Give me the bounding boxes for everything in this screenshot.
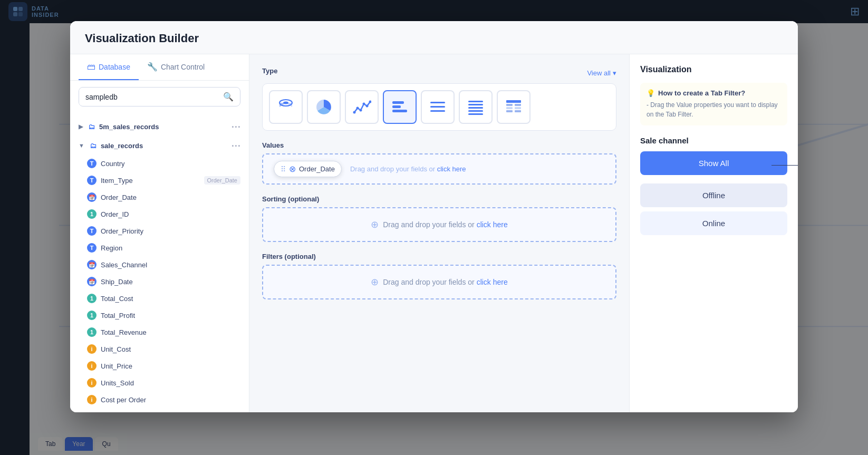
visualization-builder-modal: Visualization Builder 🗃 Database 🔧 Chart…: [70, 21, 798, 412]
drop-hint-values: Drag and drop your fields or click here: [350, 165, 466, 173]
field-total-cost[interactable]: 1 Total_Cost: [70, 290, 249, 307]
db-tree: ▶ 🗂 5m_sales_records ⋯ ▼ 🗂 sale_records …: [70, 113, 249, 412]
filters-drop-zone[interactable]: ⊕ Drag and drop your fields or click her…: [262, 265, 616, 299]
drag-handle-icon: ⠿: [281, 165, 286, 173]
center-panel: Type View all ▾: [249, 54, 629, 412]
hint-text: - Drag the Value properties you want to …: [647, 100, 781, 119]
field-total-revenue[interactable]: 1 Total_Revenue: [70, 324, 249, 341]
date-type-icon: 📅: [87, 192, 97, 202]
type-label: Type: [262, 67, 277, 75]
db1-item[interactable]: ▶ 🗂 5m_sales_records ⋯: [70, 117, 249, 136]
svg-point-12: [360, 109, 362, 112]
filters-section: Filters (optional) ⊕ Drag and drop your …: [262, 253, 616, 299]
right-panel: Visualization 💡 How to create a Tab Filt…: [629, 54, 798, 412]
text-type-icon3: T: [87, 243, 97, 253]
field-unit-cost[interactable]: i Unit_Cost: [70, 341, 249, 357]
filters-drop-text: Drag and drop your fields or click here: [383, 278, 508, 286]
click-here-sorting[interactable]: click here: [477, 220, 508, 229]
search-button[interactable]: 🔍: [217, 88, 240, 106]
sorting-label: Sorting (optional): [262, 195, 616, 203]
svg-rect-28: [506, 104, 513, 106]
chart-control-icon: 🔧: [147, 62, 158, 72]
chart-type-bar-horizontal[interactable]: [383, 90, 417, 124]
text-type-icon: T: [87, 159, 97, 168]
chevron-down-icon: ▾: [613, 69, 616, 77]
chart-type-table[interactable]: [497, 90, 531, 124]
field-units-sold[interactable]: i Units_Sold: [70, 374, 249, 391]
panel-tabs: 🗃 Database 🔧 Chart Control: [70, 54, 249, 81]
tab-database[interactable]: 🗃 Database: [79, 54, 139, 80]
chip-label: Order_Date: [299, 165, 335, 173]
info-type-icon4: i: [87, 395, 97, 404]
num-type-icon: 1: [87, 209, 97, 219]
type-section: Type View all ▾: [262, 67, 616, 131]
svg-point-14: [366, 105, 369, 108]
tab-chart-control[interactable]: 🔧 Chart Control: [139, 54, 213, 80]
arrow-container: →: [771, 161, 798, 170]
svg-rect-32: [506, 110, 513, 112]
search-input[interactable]: [79, 89, 217, 105]
field-order-date[interactable]: 📅 Order_Date: [70, 189, 249, 206]
info-type-icon3: i: [87, 378, 97, 388]
click-here-values[interactable]: click here: [437, 165, 466, 173]
show-all-button[interactable]: Show All: [640, 151, 787, 175]
field-order-id[interactable]: 1 Order_ID: [70, 206, 249, 222]
item-type-badge: Order_Date: [204, 176, 240, 185]
db2-more-icon[interactable]: ⋯: [231, 140, 240, 151]
chart-type-list2[interactable]: [459, 90, 493, 124]
field-item-type[interactable]: T Item_Type Order_Date: [70, 172, 249, 189]
num-type-icon4: 1: [87, 327, 97, 337]
sale-channel-section: Sale channel Show All → Valu Gr: [640, 136, 787, 239]
hint-icon: 💡: [647, 89, 655, 97]
svg-rect-31: [515, 107, 521, 109]
db2-item[interactable]: ▼ 🗂 sale_records ⋯: [70, 136, 249, 155]
svg-point-11: [356, 107, 359, 110]
chart-type-grid: [262, 83, 616, 131]
sorting-section: Sorting (optional) ⊕ Drag and drop your …: [262, 195, 616, 242]
field-sales-channel[interactable]: 📅 Sales_Channel: [70, 256, 249, 273]
expand-icon-db1: ▶: [79, 123, 83, 130]
svg-rect-27: [506, 100, 521, 103]
info-type-icon2: i: [87, 361, 97, 371]
right-panel-title: Visualization: [640, 65, 787, 74]
field-unit-price[interactable]: i Unit_Price: [70, 357, 249, 374]
field-cost-per-order[interactable]: i Cost per Order: [70, 391, 249, 408]
drop-icon-filters: ⊕: [371, 276, 379, 288]
field-total-profit[interactable]: 1 Total_Profit: [70, 307, 249, 324]
field-order-priority[interactable]: T Order_Priority: [70, 222, 249, 239]
chart-type-pie[interactable]: [307, 90, 341, 124]
chart-type-list1[interactable]: [421, 90, 455, 124]
type-header: Type View all ▾: [262, 67, 616, 79]
remove-chip-icon[interactable]: ⊗: [289, 164, 296, 174]
click-here-filters[interactable]: click here: [477, 278, 508, 286]
svg-rect-33: [515, 110, 521, 112]
hint-title: 💡 How to create a Tab Filter?: [647, 89, 781, 97]
db1-more-icon[interactable]: ⋯: [231, 121, 240, 132]
field-region[interactable]: T Region: [70, 239, 249, 256]
svg-rect-21: [430, 110, 445, 112]
svg-rect-17: [392, 105, 401, 108]
database-icon: 🗃: [87, 62, 95, 72]
left-panel: 🗃 Database 🔧 Chart Control 🔍: [70, 54, 249, 412]
field-ship-date[interactable]: 📅 Ship_Date: [70, 273, 249, 290]
filters-label: Filters (optional): [262, 253, 616, 260]
show-all-container: Show All → Valu Gr: [640, 151, 787, 179]
values-section: Values ⠿ ⊗ Order_Date Drag and drop your…: [262, 141, 616, 185]
field-country[interactable]: T Country: [70, 155, 249, 172]
online-button[interactable]: Online: [640, 211, 787, 235]
sorting-drop-zone[interactable]: ⊕ Drag and drop your fields or click her…: [262, 207, 616, 242]
sale-channel-title: Sale channel: [640, 136, 787, 145]
values-drop-zone[interactable]: ⠿ ⊗ Order_Date Drag and drop your fields…: [262, 153, 616, 185]
modal-overlay: Visualization Builder 🗃 Database 🔧 Chart…: [0, 0, 868, 455]
modal-header: Visualization Builder: [70, 21, 798, 54]
svg-rect-30: [506, 107, 513, 109]
offline-button[interactable]: Offline: [640, 183, 787, 207]
chart-type-bowtie[interactable]: [269, 90, 303, 124]
chart-type-line[interactable]: [345, 90, 379, 124]
expand-icon-db2: ▼: [79, 142, 84, 149]
hint-box: 💡 How to create a Tab Filter? - Drag the…: [640, 83, 787, 125]
svg-point-13: [363, 103, 365, 105]
svg-rect-16: [392, 101, 404, 104]
modal-title: Visualization Builder: [85, 32, 199, 45]
view-all-button[interactable]: View all ▾: [587, 69, 616, 77]
